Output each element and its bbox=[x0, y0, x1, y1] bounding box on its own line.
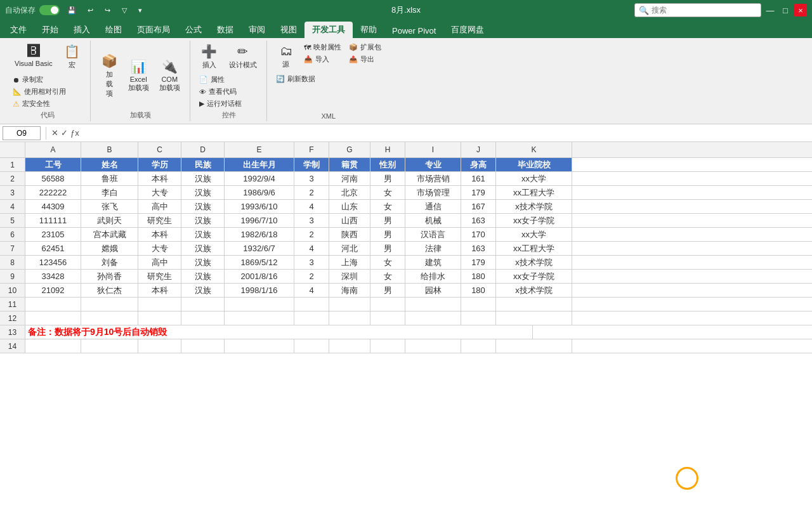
save-button[interactable]: 💾 bbox=[63, 5, 80, 16]
cell-k7[interactable]: xx工程大学 bbox=[496, 242, 572, 255]
row-num-12[interactable]: 12 bbox=[0, 311, 25, 325]
cell-i7[interactable]: 法律 bbox=[405, 242, 461, 255]
cell-f6[interactable]: 2 bbox=[294, 228, 329, 241]
cell-h12[interactable] bbox=[370, 311, 405, 325]
undo-button[interactable]: ↩ bbox=[84, 5, 97, 16]
row-num-6[interactable]: 6 bbox=[0, 228, 25, 241]
import-button[interactable]: 📥 导入 bbox=[301, 54, 344, 65]
cell-d3[interactable]: 汉族 bbox=[181, 186, 225, 199]
source-button[interactable]: 🗂 源 bbox=[273, 42, 299, 71]
cell-f5[interactable]: 3 bbox=[294, 214, 329, 227]
cell-j14[interactable] bbox=[461, 339, 496, 353]
col-header-c[interactable]: C bbox=[138, 142, 181, 157]
tab-data[interactable]: 数据 bbox=[209, 22, 241, 38]
cell-b3[interactable]: 李白 bbox=[81, 186, 138, 199]
cell-j2[interactable]: 161 bbox=[461, 172, 496, 185]
cell-c9[interactable]: 研究生 bbox=[138, 270, 181, 283]
cell-d12[interactable] bbox=[181, 311, 225, 325]
minimize-button[interactable]: — bbox=[764, 4, 776, 16]
view-code-button[interactable]: 👁 查看代码 bbox=[197, 86, 239, 97]
cell-a7[interactable]: 62451 bbox=[25, 242, 81, 255]
cell-j11[interactable] bbox=[461, 298, 496, 311]
cell-f8[interactable]: 3 bbox=[294, 256, 329, 269]
header-h[interactable]: 性别 bbox=[370, 158, 405, 171]
cell-g8[interactable]: 上海 bbox=[329, 256, 370, 269]
cell-d7[interactable]: 汉族 bbox=[181, 242, 225, 255]
col-header-h[interactable]: H bbox=[370, 142, 405, 157]
cell-f4[interactable]: 4 bbox=[294, 200, 329, 213]
cell-f2[interactable]: 3 bbox=[294, 172, 329, 185]
cell-i9[interactable]: 给排水 bbox=[405, 270, 461, 283]
row-num-9[interactable]: 9 bbox=[0, 270, 25, 283]
cell-c5[interactable]: 研究生 bbox=[138, 214, 181, 227]
header-k[interactable]: 毕业院校 bbox=[496, 158, 572, 171]
cell-a3[interactable]: 222222 bbox=[25, 186, 81, 199]
tab-developer[interactable]: 开发工具 bbox=[304, 22, 353, 38]
insert-control-button[interactable]: ➕ 插入 bbox=[197, 42, 222, 72]
cell-g4[interactable]: 山东 bbox=[329, 200, 370, 213]
cell-b8[interactable]: 刘备 bbox=[81, 256, 138, 269]
cell-j3[interactable]: 179 bbox=[461, 186, 496, 199]
header-b[interactable]: 姓名 bbox=[81, 158, 138, 171]
tab-power-pivot[interactable]: Power Pivot bbox=[384, 23, 443, 38]
row-num-10[interactable]: 10 bbox=[0, 284, 25, 297]
com-addins-button[interactable]: 🔌 COM加载项 bbox=[155, 57, 185, 95]
cell-i2[interactable]: 市场营销 bbox=[405, 172, 461, 185]
cell-f12[interactable] bbox=[294, 311, 329, 325]
cell-e12[interactable] bbox=[225, 311, 294, 325]
cell-d4[interactable]: 汉族 bbox=[181, 200, 225, 213]
cell-d2[interactable]: 汉族 bbox=[181, 172, 225, 185]
macro-button[interactable]: 📋 宏 bbox=[60, 42, 85, 72]
cell-i5[interactable]: 机械 bbox=[405, 214, 461, 227]
col-header-k[interactable]: K bbox=[496, 142, 572, 157]
cell-a10[interactable]: 21092 bbox=[25, 284, 81, 297]
record-macro-button[interactable]: ⏺ 录制宏 bbox=[10, 74, 46, 85]
cell-c12[interactable] bbox=[138, 311, 181, 325]
tab-formulas[interactable]: 公式 bbox=[178, 22, 209, 38]
cell-f11[interactable] bbox=[294, 298, 329, 311]
cell-c11[interactable] bbox=[138, 298, 181, 311]
cell-a2[interactable]: 56588 bbox=[25, 172, 81, 185]
cell-h5[interactable]: 男 bbox=[370, 214, 405, 227]
more-button[interactable]: ▾ bbox=[134, 5, 146, 16]
cell-b12[interactable] bbox=[81, 311, 138, 325]
row-num-5[interactable]: 5 bbox=[0, 214, 25, 227]
cell-g2[interactable]: 河南 bbox=[329, 172, 370, 185]
header-j[interactable]: 身高 bbox=[461, 158, 496, 171]
search-bar[interactable]: 🔍 bbox=[634, 3, 761, 17]
cell-h8[interactable]: 女 bbox=[370, 256, 405, 269]
refresh-data-button[interactable]: 🔄 刷新数据 bbox=[273, 74, 318, 84]
cell-d6[interactable]: 汉族 bbox=[181, 228, 225, 241]
cell-a9[interactable]: 33428 bbox=[25, 270, 81, 283]
cell-b7[interactable]: 嫦娥 bbox=[81, 242, 138, 255]
cell-a13[interactable]: 备注：数据将于9月10号后自动销毁 bbox=[25, 325, 533, 339]
cell-h4[interactable]: 女 bbox=[370, 200, 405, 213]
col-header-i[interactable]: I bbox=[405, 142, 461, 157]
cell-j5[interactable]: 163 bbox=[461, 214, 496, 227]
cell-j6[interactable]: 170 bbox=[461, 228, 496, 241]
cell-d11[interactable] bbox=[181, 298, 225, 311]
cell-a4[interactable]: 44309 bbox=[25, 200, 81, 213]
expand-pack-button[interactable]: 📦 扩展包 bbox=[346, 42, 384, 53]
cell-i12[interactable] bbox=[405, 311, 461, 325]
cell-f14[interactable] bbox=[294, 339, 329, 353]
tab-home[interactable]: 开始 bbox=[34, 22, 66, 38]
cell-c4[interactable]: 高中 bbox=[138, 200, 181, 213]
row-num-2[interactable]: 2 bbox=[0, 172, 25, 185]
cell-k12[interactable] bbox=[496, 311, 572, 325]
cell-c6[interactable]: 本科 bbox=[138, 228, 181, 241]
col-header-f[interactable]: F bbox=[294, 142, 329, 157]
cell-k9[interactable]: xx女子学院 bbox=[496, 270, 572, 283]
search-input[interactable] bbox=[652, 6, 757, 15]
cell-g7[interactable]: 河北 bbox=[329, 242, 370, 255]
cell-c2[interactable]: 本科 bbox=[138, 172, 181, 185]
cell-e14[interactable] bbox=[225, 339, 294, 353]
redo-button[interactable]: ↪ bbox=[101, 5, 114, 16]
cell-a6[interactable]: 23105 bbox=[25, 228, 81, 241]
cell-e10[interactable]: 1998/1/16 bbox=[225, 284, 294, 297]
cell-c10[interactable]: 本科 bbox=[138, 284, 181, 297]
cell-a8[interactable]: 123456 bbox=[25, 256, 81, 269]
cell-b6[interactable]: 宫本武藏 bbox=[81, 228, 138, 241]
tab-review[interactable]: 审阅 bbox=[241, 22, 273, 38]
run-dialog-button[interactable]: ▶ 运行对话框 bbox=[197, 98, 244, 109]
